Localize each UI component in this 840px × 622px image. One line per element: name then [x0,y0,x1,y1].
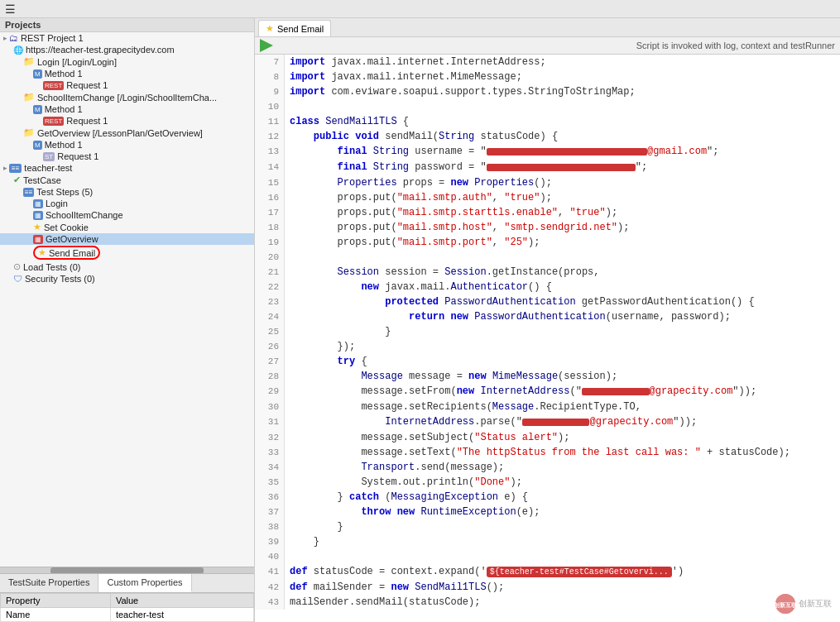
line-num: 38 [255,519,285,534]
right-panel: ★ Send Email Script is invoked with log,… [255,18,840,622]
tree-label: Security Tests (0) [25,274,95,284]
line-num: 33 [255,445,285,460]
line-content: try { [285,354,372,369]
line-num: 22 [255,280,285,294]
tree-item-rest-project[interactable]: ▸ 🗂 REST Project 1 [0,32,254,44]
tree-item-getoverview-request[interactable]: ST Request 1 [0,151,254,162]
tree-label: Test Steps (5) [36,187,93,197]
tree-item-school-folder[interactable]: 📁 SchoolItemChange [/Login/SchoolItemCha… [0,91,254,103]
code-line-38: 38 } [255,519,840,534]
code-line-28: 28 Message message = new MimeMessage(ses… [255,369,840,384]
line-content: public void sendMail(String statusCode) … [285,129,563,144]
line-num: 34 [255,460,285,475]
line-num: 26 [255,339,285,354]
code-line-41: 41 def statusCode = context.expand('${te… [255,564,840,580]
code-line-40: 40 [255,549,840,564]
line-num: 30 [255,400,285,414]
col-property: Property [1,594,111,608]
line-content: throw new RuntimeException(e); [285,505,545,519]
tree-item-school-method[interactable]: M Method 1 [0,103,254,115]
line-content: } catch (MessagingException e) { [285,490,533,505]
code-line-42: 42 def mailSender = new SendMail1TLS(); [255,580,840,595]
tab-star-icon: ★ [266,23,274,34]
line-content [285,250,295,265]
top-toolbar: ☰ [0,0,840,18]
tree-item-security-tests[interactable]: 🛡 Security Tests (0) [0,273,254,285]
tree-item-login-folder[interactable]: 📁 Login [/Login/Login] [0,55,254,68]
line-content: }); [285,339,360,354]
line-num: 19 [255,235,285,250]
tree-item-testcase[interactable]: ✔ TestCase [0,174,254,186]
code-line-24: 24 return new PasswordAuthentication(use… [255,309,840,324]
code-line-7: 7 import javax.mail.internet.InternetAdd… [255,55,840,69]
tab-label: Send Email [277,24,324,34]
tree-item-step-school[interactable]: ▦ SchoolItemChange [0,209,254,221]
code-line-26: 26 }); [255,339,840,354]
tree-label: Method 1 [45,104,83,114]
tree-item-step-setcookie[interactable]: ★ Set Cookie [0,221,254,233]
code-editor[interactable]: 7 import javax.mail.internet.InternetAdd… [255,55,840,622]
line-num: 31 [255,414,285,430]
line-num: 8 [255,69,285,84]
line-num: 40 [255,549,285,564]
tree-item-school-request[interactable]: REST Request 1 [0,115,254,127]
line-content: message.setFrom(new InternetAddress(" @g… [285,384,761,400]
tree-label: teacher-test [24,163,72,173]
line-content: import com.eviware.soapui.support.types.… [285,84,641,99]
code-line-17: 17 props.put("mail.smtp.starttls.enable"… [255,205,840,220]
line-num: 24 [255,309,285,324]
line-content [285,549,295,564]
tab-custom-properties[interactable]: Custom Properties [98,574,191,592]
tree-label: GetOverview [/LessonPlan/GetOverview] [37,128,203,138]
line-content: props.put("mail.smtp.starttls.enable", "… [285,205,622,220]
tree-item-getoverview-folder[interactable]: 📁 GetOverview [/LessonPlan/GetOverview] [0,127,254,139]
line-content: props.put("mail.smtp.host", "smtp.sendgr… [285,220,634,235]
line-num: 12 [255,129,285,144]
tree-label: Method 1 [45,69,83,79]
hamburger-icon[interactable]: ☰ [5,2,16,16]
code-line-19: 19 props.put("mail.smtp.port", "25"); [255,235,840,250]
code-line-35: 35 System.out.println("Done"); [255,475,840,490]
run-button[interactable] [260,39,273,52]
editor-tab-bar: ★ Send Email [255,18,840,37]
tab-testsuite-properties[interactable]: TestSuite Properties [0,574,98,592]
property-value-cell: teacher-test [110,608,253,622]
line-content: def mailSender = new SendMail1TLS(); [285,580,509,595]
line-num: 7 [255,55,285,69]
tree-item-getoverview-method[interactable]: M Method 1 [0,139,254,151]
line-num: 39 [255,534,285,549]
tree-item-login-request[interactable]: REST Request 1 [0,79,254,91]
line-num: 36 [255,490,285,505]
line-num: 21 [255,265,285,280]
code-line-20: 20 [255,250,840,265]
code-line-27: 27 try { [255,354,840,369]
tree-label: TestCase [23,175,61,185]
tree-item-teststeps[interactable]: ≡≡ Test Steps (5) [0,186,254,198]
tree-item-teacher-test[interactable]: ▸ ≡≡ teacher-test [0,162,254,174]
tree-item-step-getoverview[interactable]: ▦ GetOverview [0,233,254,245]
line-num: 27 [255,354,285,369]
script-info: Script is invoked with log, context and … [278,41,835,50]
tree-item-step-login[interactable]: ▦ Login [0,198,254,209]
tree-label: Request 1 [66,80,108,90]
tree-label: SchoolItemChange [/Login/SchoolItemCha..… [37,93,217,103]
scroll-handle[interactable] [0,567,254,573]
code-line-10: 10 [255,99,840,114]
code-line-33: 33 message.setText("The httpStatus from … [255,445,840,460]
watermark: 创新互联 创新互联 [775,594,832,614]
line-num: 32 [255,430,285,445]
line-content: final String password = " "; [285,160,652,175]
properties-table: Property Value Name teacher-test [0,593,254,622]
line-content [285,99,295,114]
line-content: return new PasswordAuthentication(userna… [285,309,736,324]
properties-panel: Property Value Name teacher-test [0,593,254,622]
code-line-15: 15 Properties props = new Properties(); [255,175,840,190]
line-num: 29 [255,384,285,400]
project-tree[interactable]: ▸ 🗂 REST Project 1 🌐 https://teacher-tes… [0,32,254,567]
tree-item-url[interactable]: 🌐 https://teacher-test.grapecitydev.com [0,44,254,55]
code-line-43: 43 mailSender.sendMail(statusCode); [255,595,840,610]
tree-item-step-sendemail[interactable]: ★ Send Email [0,245,254,261]
tree-item-load-tests[interactable]: ⊙ Load Tests (0) [0,261,254,273]
send-email-tab[interactable]: ★ Send Email [258,20,331,36]
tree-item-login-method[interactable]: M Method 1 [0,68,254,79]
